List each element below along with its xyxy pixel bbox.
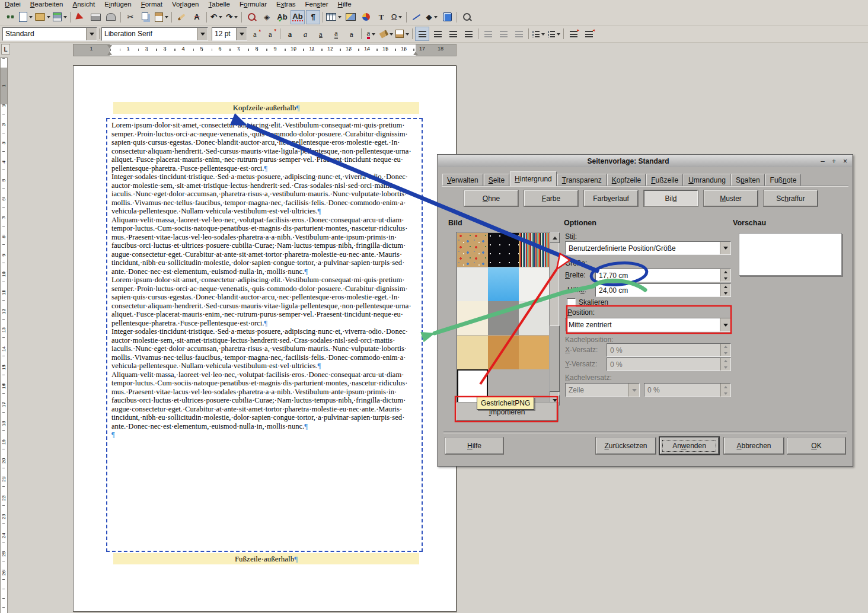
tab-seite[interactable]: Seite <box>484 174 509 186</box>
scroll-up-button[interactable] <box>550 232 560 243</box>
left-indent-marker[interactable] <box>107 49 112 55</box>
print-icon[interactable] <box>88 10 103 24</box>
page-footer[interactable]: Fußzeile·​außerhalb¶ <box>113 553 419 564</box>
page-header[interactable]: Kopfzeile·​außerhalb¶ <box>113 102 419 114</box>
print-preview-icon[interactable] <box>104 10 118 24</box>
cut-icon[interactable]: ✂ <box>123 10 138 24</box>
thumbnail-parchment[interactable] <box>457 301 488 335</box>
spin-up-icon[interactable] <box>721 284 730 290</box>
chevron-down-icon[interactable] <box>557 33 560 37</box>
spelling-icon[interactable]: Ab <box>275 10 289 24</box>
thumbnail-speckle[interactable] <box>519 301 550 335</box>
undo-icon[interactable]: ↶ <box>209 10 224 24</box>
auto-spellcheck-icon[interactable]: Ab <box>291 10 305 24</box>
menu-item-ansicht[interactable]: Ansicht <box>68 0 100 9</box>
chevron-down-icon[interactable] <box>720 242 730 254</box>
chevron-down-icon[interactable] <box>47 16 50 20</box>
form-controls-icon[interactable] <box>440 10 454 24</box>
maximize-button[interactable]: + <box>829 157 838 166</box>
open-icon[interactable] <box>34 10 51 24</box>
abbrechen-button[interactable]: Abbrechen <box>724 438 784 454</box>
farbverlauf-button[interactable]: Farbverlauf <box>584 190 638 206</box>
skalieren-label[interactable]: Skalieren <box>579 298 608 306</box>
menu-item-format[interactable]: Format <box>136 0 167 9</box>
tab-verwalten[interactable]: Verwalten <box>442 174 483 186</box>
new-document-icon[interactable] <box>18 10 33 24</box>
paste-icon[interactable] <box>154 10 169 24</box>
thumbnail-marble-white[interactable] <box>519 267 550 301</box>
chevron-down-icon[interactable] <box>372 33 375 37</box>
document-page[interactable]: Kopfzeile·​außerhalb¶ Lorem·​ipsum·​dolo… <box>73 65 457 612</box>
export-pdf-icon[interactable] <box>73 10 87 24</box>
spin-down-icon[interactable] <box>721 290 730 297</box>
tab-spalten[interactable]: Spalten <box>731 174 765 186</box>
thumbnail-sand[interactable] <box>457 336 488 369</box>
chevron-down-icon[interactable] <box>434 16 438 20</box>
redo-icon[interactable]: ↷ <box>225 10 239 24</box>
paragraph-style-combo[interactable]: Standard <box>2 27 97 41</box>
thumbnail-stripes[interactable] <box>519 233 550 267</box>
chevron-down-icon[interactable] <box>338 16 342 20</box>
line-spacing-icon[interactable] <box>481 27 495 41</box>
breite-input[interactable]: 17,70 cm <box>595 269 731 282</box>
thumbnail-terracotta[interactable] <box>488 336 519 369</box>
spin-up-icon[interactable] <box>721 269 730 276</box>
ohne-button[interactable]: Ohne <box>464 190 518 206</box>
highlight-color-icon[interactable] <box>379 27 394 41</box>
muster-button[interactable]: Muster <box>704 190 758 206</box>
copy-icon[interactable] <box>139 10 153 24</box>
increase-font-size-icon[interactable]: a▴ <box>248 27 262 41</box>
stil-select[interactable]: Benutzerdefinierte Position/Größe <box>565 241 731 255</box>
strikethrough-icon[interactable]: a <box>344 27 359 41</box>
anwenden-button[interactable]: Anwenden <box>660 438 719 454</box>
navigator-icon[interactable]: ◈ <box>260 10 274 24</box>
tab-fuzeile[interactable]: Fußzeile <box>646 174 683 186</box>
right-indent-marker[interactable] <box>413 49 418 55</box>
tab-transparenz[interactable]: Transparenz <box>557 174 607 186</box>
align-center-icon[interactable] <box>430 27 445 41</box>
dialog-titlebar[interactable]: Seitenvorlage: Standard –+× <box>438 155 852 167</box>
chevron-down-icon[interactable] <box>236 28 247 40</box>
tab-umrandung[interactable]: Umrandung <box>684 174 730 186</box>
background-color-icon[interactable] <box>395 27 410 41</box>
paragraph-spacing-increase-icon[interactable] <box>496 27 510 41</box>
chevron-down-icon[interactable] <box>541 33 545 37</box>
document-body-text[interactable]: Lorem·​ipsum·​dolor·​sit·​amet,·​consect… <box>111 121 417 439</box>
chevron-down-icon[interactable] <box>165 16 168 20</box>
paragraph-spacing-decrease-icon[interactable] <box>512 27 526 41</box>
menu-item-vorlagen[interactable]: Vorlagen <box>167 0 203 9</box>
special-character-icon[interactable]: Ω <box>390 10 404 24</box>
tab-stop-selector[interactable]: L <box>1 44 10 55</box>
clone-formatting-icon[interactable] <box>174 10 189 24</box>
chevron-down-icon[interactable] <box>86 28 97 40</box>
tab-funote[interactable]: Fußnote <box>765 174 802 186</box>
close-button[interactable]: × <box>841 157 850 166</box>
chevron-down-icon[interactable] <box>219 16 222 20</box>
save-icon[interactable] <box>52 10 68 24</box>
thumbnail-ochre[interactable] <box>519 336 550 369</box>
chevron-down-icon[interactable] <box>29 16 33 20</box>
clear-formatting-icon[interactable]: A <box>190 10 204 24</box>
chevron-down-icon[interactable] <box>398 16 402 20</box>
zoom-icon[interactable] <box>459 10 474 24</box>
skalieren-checkbox[interactable] <box>567 298 576 307</box>
tab-hintergrund[interactable]: Hintergrund <box>510 171 557 186</box>
minimize-button[interactable]: – <box>818 157 827 166</box>
insert-chart-icon[interactable] <box>359 10 373 24</box>
insert-line-icon[interactable] <box>409 10 423 24</box>
hilfe-button[interactable]: Hilfe <box>445 438 503 454</box>
align-right-icon[interactable] <box>446 27 460 41</box>
chevron-down-icon[interactable] <box>406 33 409 37</box>
formatting-marks-icon[interactable]: ¶ <box>306 10 320 24</box>
menu-item-hilfe[interactable]: Hilfe <box>333 0 356 9</box>
chevron-down-icon[interactable] <box>234 16 238 20</box>
menu-item-fenster[interactable]: Fenster <box>301 0 333 9</box>
menu-item-tabelle[interactable]: Tabelle <box>204 0 235 9</box>
thumbnail-floral[interactable] <box>457 233 488 267</box>
insert-table-icon[interactable] <box>326 10 342 24</box>
find-replace-icon[interactable] <box>244 10 259 24</box>
menu-item-extras[interactable]: Extras <box>272 0 301 9</box>
insert-textbox-icon[interactable]: T <box>374 10 388 24</box>
ordered-list-icon[interactable] <box>547 27 561 41</box>
menu-item-formular[interactable]: Formular <box>235 0 272 9</box>
